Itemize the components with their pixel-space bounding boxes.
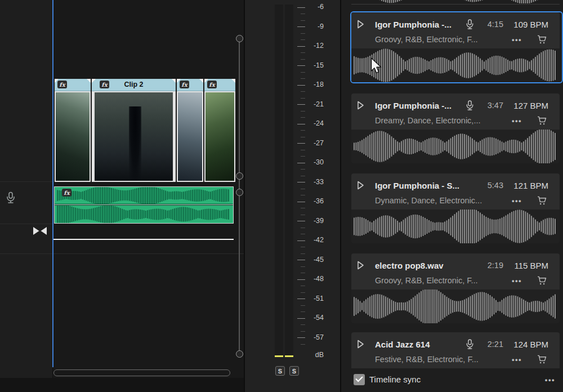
meter-tick-label: -48: [306, 275, 324, 283]
track-waveform[interactable]: [351, 289, 560, 323]
meter-tick-minor: [301, 33, 305, 34]
audio-channel-waveform[interactable]: [55, 206, 233, 223]
add-to-cart-button[interactable]: [531, 196, 552, 205]
fx-badge: fx: [62, 189, 72, 197]
meter-tick-minor: [301, 130, 305, 131]
solo-button-left[interactable]: S: [275, 366, 285, 376]
meter-tick-major: [297, 337, 305, 338]
meter-tick-label: -24: [306, 119, 324, 127]
meter-tick-label: -12: [306, 42, 324, 50]
meter-tick-label: -42: [306, 236, 324, 244]
footer-more-options-button[interactable]: •••: [545, 376, 555, 384]
track-tags: Dreamy, Dance, Electronic,...: [375, 116, 507, 125]
solo-button-right[interactable]: S: [289, 366, 299, 376]
meter-tick-minor: [301, 39, 305, 40]
timeline-panel: fx fx Clip 2 fx fx: [0, 0, 244, 392]
audio-clip[interactable]: fx: [54, 186, 234, 224]
meter-tick-minor: [301, 208, 305, 208]
add-to-cart-button[interactable]: [531, 116, 552, 125]
meter-tick-label: -45: [306, 256, 324, 264]
track-title: Igor Pumphonia - S...: [375, 181, 459, 190]
meter-tick-label: -9: [306, 23, 324, 30]
horizontal-scrollbar[interactable]: [53, 369, 230, 376]
audio-meter-panel: -6-9-12-15-18-21-24-27-30-33-36-39-42-45…: [244, 0, 340, 392]
video-clip[interactable]: fx: [177, 79, 203, 182]
track-title: Igor Pumphonia -...: [375, 101, 452, 110]
play-button[interactable]: [357, 181, 375, 190]
channel-divider: [55, 204, 233, 205]
track-bpm: 127 BPM: [509, 101, 548, 110]
scrollbar-knob[interactable]: [236, 172, 243, 180]
track-divider: [0, 181, 52, 182]
track-card-header: Igor Pumphonia -... 3:47 127 BPM: [351, 93, 560, 130]
meter-tick-label: -18: [306, 81, 324, 88]
video-clip[interactable]: fx: [55, 79, 91, 182]
meter-tick-major: [297, 299, 305, 299]
scrollbar-knob[interactable]: [236, 189, 243, 196]
scrollbar-knob[interactable]: [236, 350, 243, 358]
track-tags: Festive, R&B, Electronic, F...: [375, 355, 507, 364]
more-options-button[interactable]: •••: [507, 277, 527, 285]
meter-tick-label: -21: [306, 100, 324, 108]
mouse-cursor: [370, 57, 383, 77]
meter-tick-major: [297, 26, 305, 27]
meter-tick-label: -57: [306, 333, 324, 341]
meter-tick-label: -54: [306, 314, 324, 322]
meter-tick-minor: [301, 228, 305, 228]
meter-tick-minor: [301, 195, 305, 195]
track-title: Igor Pumphonia -...: [375, 20, 452, 29]
audio-track-item[interactable]: Igor Pumphonia -... 3:47 127 BPM: [350, 92, 563, 164]
vertical-scrollbar[interactable]: [239, 38, 240, 354]
video-clip[interactable]: fx Clip 2: [92, 79, 176, 182]
play-button[interactable]: [357, 261, 375, 270]
video-clip[interactable]: fx: [204, 79, 235, 182]
meter-tick-minor: [301, 189, 305, 189]
play-button[interactable]: [357, 20, 375, 29]
add-to-cart-button[interactable]: [531, 355, 552, 364]
track-tags: Groovy, R&B, Electronic, F...: [375, 276, 507, 285]
play-button[interactable]: [357, 101, 375, 110]
audio-track-item[interactable]: Igor Pumphonia - S... 5:43 121 BPM Dynam…: [350, 172, 563, 244]
track-duration: 2:21: [476, 340, 503, 349]
meter-tick-minor: [301, 169, 305, 170]
more-options-button[interactable]: •••: [507, 117, 527, 125]
track-tags: Dynamic, Dance, Electronic...: [375, 196, 507, 205]
track-bpm: 124 BPM: [509, 340, 548, 349]
peak-indicator-right: [285, 355, 293, 357]
track-bpm: 109 BPM: [509, 20, 548, 29]
fx-badge: fx: [100, 81, 109, 88]
meter-tick-minor: [301, 305, 305, 306]
track-waveform[interactable]: [351, 210, 560, 243]
meter-tick-minor: [301, 324, 305, 325]
track-waveform[interactable]: [351, 130, 560, 163]
bowtie-trim-icon[interactable]: [33, 226, 47, 238]
timeline-sync-bar: Timeline sync •••: [341, 368, 563, 392]
meter-tick-minor: [301, 98, 305, 99]
track-title: electro pop8.wav: [375, 261, 444, 270]
previous-track-waveform-partial: [351, 0, 560, 5]
add-to-cart-button[interactable]: [531, 35, 552, 44]
track-bpm: 115 BPM: [509, 261, 548, 270]
more-options-button[interactable]: •••: [507, 355, 527, 364]
play-button[interactable]: [357, 340, 375, 349]
meter-tick-major: [297, 221, 305, 221]
meter-tick-major: [297, 104, 305, 105]
meter-tick-major: [297, 279, 305, 280]
playhead-line[interactable]: [52, 0, 53, 367]
audio-channel-waveform[interactable]: [55, 187, 233, 204]
meter-tick-label: -39: [306, 217, 324, 225]
peak-indicator-left: [275, 355, 283, 357]
add-to-cart-button[interactable]: [531, 276, 552, 285]
meter-tick-label: -51: [306, 295, 324, 302]
scrollbar-knob[interactable]: [236, 35, 243, 42]
audio-track-item[interactable]: electro pop8.wav 2:19 115 BPM Groovy, R&…: [350, 252, 563, 324]
meter-tick-label: -6: [306, 3, 324, 11]
meter-tick-minor: [301, 14, 305, 14]
meter-tick-major: [297, 143, 305, 144]
clip-header: fx: [177, 79, 203, 91]
voiceover-record-mic-icon[interactable]: [5, 191, 16, 206]
timeline-sync-checkbox[interactable]: [354, 374, 365, 385]
more-options-button[interactable]: •••: [507, 35, 527, 44]
more-options-button[interactable]: •••: [507, 197, 527, 205]
meter-tick-major: [297, 65, 305, 66]
